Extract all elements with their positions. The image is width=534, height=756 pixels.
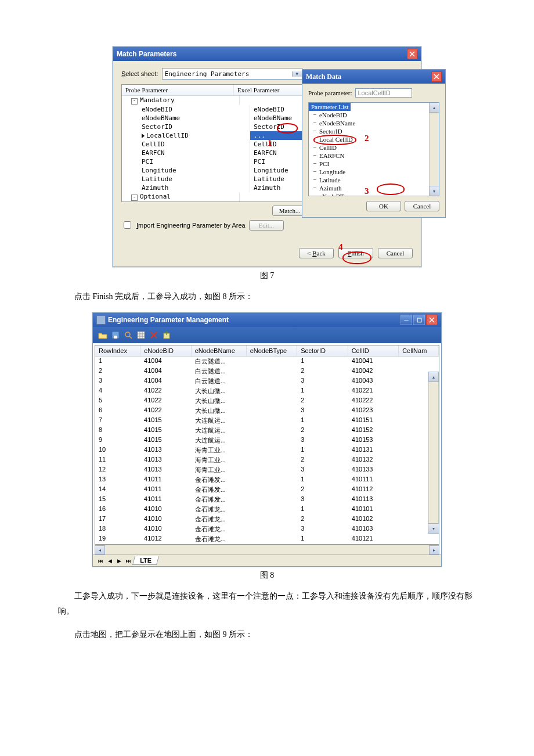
probe-parameter-label: Probe parameter: — [308, 89, 352, 96]
table-row[interactable]: EARFCNEARFCN — [122, 149, 308, 157]
scroll-down-icon[interactable]: ▾ — [428, 523, 439, 534]
column-header[interactable]: eNodeBID — [140, 345, 192, 356]
titlebar: Engineering Parameter Management ─ ☐ — [93, 313, 441, 327]
list-item[interactable]: eNodeBType — [309, 192, 430, 196]
table-row[interactable]: 1541011金石滩发...3410113 — [95, 495, 439, 505]
table-row[interactable]: 1741010金石滩龙...2410102 — [95, 514, 439, 524]
table-row[interactable]: 641022大长山微...3410223 — [95, 406, 439, 416]
minimize-icon[interactable]: ─ — [400, 315, 412, 325]
prev-sheet-icon[interactable]: ◀ — [106, 557, 114, 565]
list-item[interactable]: Azimuth — [309, 184, 430, 192]
maximize-icon[interactable]: ☐ — [413, 315, 425, 325]
list-item[interactable]: EARFCN — [309, 152, 430, 160]
table-row[interactable]: 1841010金石滩龙...3410103 — [95, 524, 439, 534]
column-header[interactable]: RowIndex — [95, 345, 140, 356]
table-row[interactable]: 841015大连航运...2410152 — [95, 426, 439, 435]
scroll-up-icon[interactable]: ▴ — [428, 372, 439, 382]
select-sheet-combo[interactable]: ▼ — [162, 68, 302, 80]
back-button[interactable]: < Back — [299, 248, 334, 258]
table-row[interactable]: 1641010金石滩龙...1410101 — [95, 505, 439, 514]
cancel-button[interactable]: Cancel — [405, 201, 439, 211]
annotation-2: 2 — [365, 134, 369, 143]
column-header[interactable]: eNodeBType — [247, 345, 298, 356]
delete-icon[interactable] — [149, 330, 159, 340]
chevron-down-icon[interactable]: ▼ — [292, 71, 302, 77]
close-icon[interactable] — [407, 49, 417, 59]
vertical-scrollbar[interactable]: ▴ ▾ — [428, 372, 439, 533]
search-icon[interactable] — [123, 330, 134, 340]
match-data-title: Match Data — [306, 73, 341, 81]
table-row[interactable]: CellIDCellID — [122, 140, 308, 149]
table-row[interactable]: 141004白云隧道...1410041 — [95, 357, 439, 366]
figure-7-caption: 图 7 — [58, 271, 476, 281]
table-row[interactable]: 941015大连航运...3410153 — [95, 435, 439, 445]
list-item[interactable]: eNodeBID — [309, 111, 430, 119]
sheet-tab-lte[interactable]: LTE — [132, 556, 159, 565]
table-row[interactable]: eNodeBIDeNodeBID — [122, 105, 308, 114]
export-icon[interactable] — [161, 330, 172, 340]
annotation-1: 1 — [268, 138, 272, 148]
list-item[interactable]: CellID — [309, 143, 430, 152]
table-row[interactable]: 241004白云隧道...2410042 — [95, 366, 439, 376]
table-row[interactable]: AzimuthAzimuth — [122, 183, 308, 192]
table-row[interactable]: 741015大连航运...1410151 — [95, 416, 439, 426]
list-item[interactable]: Local CellID — [309, 135, 430, 143]
cancel-button[interactable]: Cancel — [378, 248, 413, 258]
match-data-dialog: Match Data Probe parameter: ▴ ▾ Paramete… — [302, 69, 446, 218]
parameter-mapping-table: Probe Parameter Excel Parameter -Mandato… — [121, 84, 308, 202]
open-icon[interactable] — [98, 330, 108, 340]
figure-8-caption: 图 8 — [58, 570, 476, 581]
titlebar: Match Parameters — [113, 47, 421, 61]
table-row[interactable]: 1241013海青工业...3410133 — [95, 465, 439, 475]
ok-button[interactable]: OK — [366, 201, 401, 211]
table-row[interactable]: 1941012金石滩龙...1410121 — [95, 534, 439, 544]
column-header[interactable]: SectorID — [297, 345, 348, 356]
table-row[interactable]: 341004白云隧道...3410043 — [95, 376, 439, 386]
table-row[interactable]: 1041013海青工业...1410131 — [95, 445, 439, 455]
column-header[interactable]: CellID — [348, 345, 399, 356]
body-text-3: 点击地图，把工参显示在地图上面，如图 9 所示： — [58, 627, 476, 642]
select-sheet-label: SSelect sheet:elect sheet: — [121, 70, 158, 77]
column-header[interactable]: eNodeBName — [192, 345, 247, 356]
table-row[interactable]: LatitudeLatitude — [122, 175, 308, 183]
parameter-list-header: Parameter List — [309, 103, 351, 111]
annotation-4: 4 — [338, 242, 343, 252]
list-item[interactable]: SectorID — [309, 127, 430, 135]
table-row[interactable]: 441022大长山微...1410221 — [95, 386, 439, 396]
column-header[interactable]: CellNam — [399, 345, 439, 356]
grid-icon[interactable] — [136, 330, 146, 340]
list-item[interactable]: eNodeBName — [309, 119, 430, 127]
horizontal-scrollbar[interactable]: ◂ ▸ — [95, 545, 439, 555]
scroll-down-icon[interactable]: ▾ — [429, 186, 439, 196]
data-grid[interactable]: RowIndexeNodeBIDeNodeBNameeNodeBTypeSect… — [95, 345, 439, 545]
close-icon[interactable] — [431, 71, 442, 82]
scroll-right-icon[interactable]: ▸ — [429, 545, 439, 555]
parameter-list[interactable]: ▴ ▾ Parameter List eNodeBIDeNodeBNameSec… — [308, 102, 439, 196]
save-icon[interactable] — [110, 330, 121, 340]
list-item[interactable]: Latitude — [309, 176, 430, 184]
col-probe-parameter: Probe Parameter — [122, 85, 234, 95]
list-item[interactable]: PCI — [309, 160, 430, 168]
next-sheet-icon[interactable]: ▶ — [115, 557, 123, 565]
table-row[interactable]: LocalCellID... — [122, 131, 308, 140]
toolbar — [93, 327, 441, 343]
import-by-area-checkbox[interactable] — [124, 221, 131, 229]
table-row[interactable]: 1141013海青工业...2410132 — [95, 455, 439, 465]
finish-button[interactable]: Finish — [338, 248, 373, 258]
last-sheet-icon[interactable]: ⏭ — [124, 557, 132, 565]
first-sheet-icon[interactable]: ⏮ — [96, 557, 104, 565]
select-sheet-input[interactable] — [163, 70, 292, 78]
group-optional[interactable]: -Optional — [122, 192, 308, 201]
scroll-up-icon[interactable]: ▴ — [429, 102, 439, 113]
list-item[interactable]: Longitude — [309, 168, 430, 176]
scroll-left-icon[interactable]: ◂ — [95, 545, 105, 555]
table-row[interactable]: eNodeBNameeNodeBName — [122, 114, 308, 123]
table-row[interactable]: LongitudeLongitude — [122, 166, 308, 175]
close-icon[interactable] — [426, 315, 438, 325]
table-row[interactable]: 1341011金石滩发...1410111 — [95, 475, 439, 485]
table-row[interactable]: SectorIDSectorID — [122, 123, 308, 131]
table-row[interactable]: PCIPCI — [122, 157, 308, 166]
table-row[interactable]: 541022大长山微...2410222 — [95, 396, 439, 406]
group-mandatory[interactable]: -Mandatory — [122, 96, 308, 105]
table-row[interactable]: 1441011金石滩发...2410112 — [95, 485, 439, 495]
